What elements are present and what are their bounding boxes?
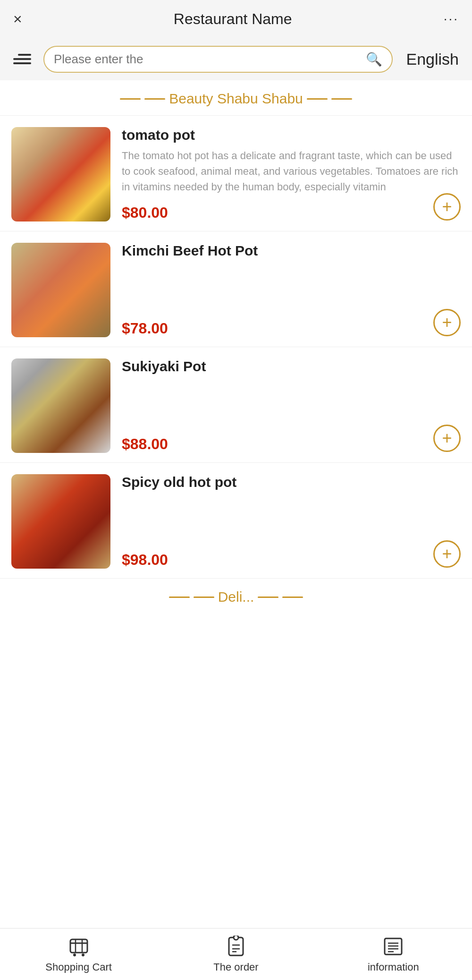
menu-item-spicy: Spicy old hot pot $98.00 + xyxy=(0,463,472,579)
menu-item-name-3: Sukiyaki Pot xyxy=(122,358,461,375)
nav-cart-label: Shopping Cart xyxy=(45,961,112,973)
partial-section-heading: Deli... xyxy=(0,579,472,610)
partial-dash-left2 xyxy=(194,597,214,598)
dash-right xyxy=(307,98,328,100)
menu-icon-line2 xyxy=(13,58,31,60)
close-button[interactable]: × xyxy=(13,11,22,26)
svg-rect-0 xyxy=(70,939,87,953)
dash-left2 xyxy=(144,98,165,100)
info-icon xyxy=(382,936,404,957)
nav-order[interactable]: The order xyxy=(157,929,314,980)
section-title: Beauty Shabu Shabu xyxy=(169,91,303,107)
order-icon xyxy=(225,936,247,957)
more-options-button[interactable]: ··· xyxy=(444,11,459,26)
menu-item-desc-3 xyxy=(122,379,461,429)
menu-item-name-4: Spicy old hot pot xyxy=(122,474,461,490)
partial-dash-right2 xyxy=(282,597,303,598)
dash-left xyxy=(120,98,141,100)
partial-dash-left xyxy=(169,597,190,598)
nav-information[interactable]: information xyxy=(315,929,472,980)
language-selector[interactable]: English xyxy=(402,50,459,68)
section-heading: Beauty Shabu Shabu xyxy=(0,80,472,116)
menu-item-image-1 xyxy=(11,127,110,222)
cart-icon xyxy=(68,936,90,957)
menu-list-button[interactable] xyxy=(13,54,34,64)
search-input[interactable] xyxy=(54,52,361,67)
menu-item-desc-2 xyxy=(122,264,461,313)
nav-info-label: information xyxy=(368,961,419,973)
menu-item-kimchi: Kimchi Beef Hot Pot $78.00 + xyxy=(0,231,472,347)
menu-item-price-3: $88.00 xyxy=(122,435,461,453)
menu-item-image-4 xyxy=(11,474,110,569)
search-row: 🔍 English xyxy=(0,38,472,80)
menu-item-name-1: tomato pot xyxy=(122,127,461,143)
menu-item-info-1: tomato pot The tomato hot pot has a deli… xyxy=(110,127,461,222)
menu-item-image-2 xyxy=(11,243,110,337)
svg-point-4 xyxy=(73,954,76,956)
add-item-button-3[interactable]: + xyxy=(433,425,461,452)
partial-section-title: Deli... xyxy=(218,589,254,605)
add-item-button-4[interactable]: + xyxy=(433,540,461,568)
menu-item-tomato-pot: tomato pot The tomato hot pot has a deli… xyxy=(0,116,472,231)
nav-order-label: The order xyxy=(213,961,258,973)
menu-item-name-2: Kimchi Beef Hot Pot xyxy=(122,243,461,259)
add-item-button-1[interactable]: + xyxy=(433,193,461,221)
partial-dash-right xyxy=(258,597,278,598)
menu-item-desc-4 xyxy=(122,495,461,545)
menu-item-info-4: Spicy old hot pot $98.00 xyxy=(110,474,461,569)
search-icon: 🔍 xyxy=(366,51,382,67)
bottom-nav: Shopping Cart The order information xyxy=(0,928,472,980)
menu-item-info-2: Kimchi Beef Hot Pot $78.00 xyxy=(110,243,461,337)
menu-item-price-1: $80.00 xyxy=(122,204,461,222)
svg-point-7 xyxy=(234,936,238,940)
menu-item-desc-1: The tomato hot pot has a delicate and fr… xyxy=(122,148,461,197)
header: × Restaurant Name ··· xyxy=(0,0,472,38)
menu-item-price-2: $78.00 xyxy=(122,320,461,337)
menu-item-sukiyaki: Sukiyaki Pot $88.00 + xyxy=(0,347,472,463)
svg-point-5 xyxy=(82,954,84,956)
menu-icon-line3 xyxy=(13,62,31,64)
menu-item-info-3: Sukiyaki Pot $88.00 xyxy=(110,358,461,453)
nav-shopping-cart[interactable]: Shopping Cart xyxy=(0,929,157,980)
menu-item-image-3 xyxy=(11,358,110,453)
menu-icon-line1 xyxy=(18,54,31,56)
search-bar[interactable]: 🔍 xyxy=(43,46,393,73)
dash-right2 xyxy=(331,98,352,100)
add-item-button-2[interactable]: + xyxy=(433,309,461,336)
restaurant-name: Restaurant Name xyxy=(174,10,292,28)
menu-item-price-4: $98.00 xyxy=(122,551,461,569)
